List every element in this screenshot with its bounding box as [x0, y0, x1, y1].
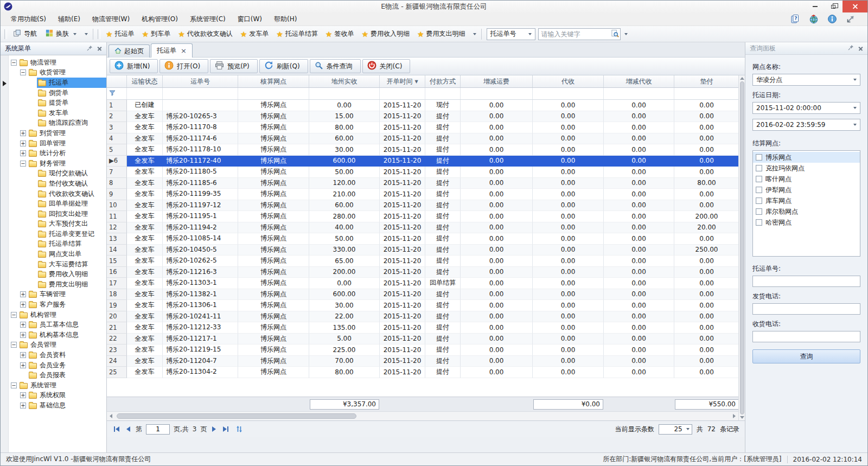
sidebar-item-7[interactable]: +到货管理 [9, 128, 106, 138]
add-button[interactable]: 新增(N) [110, 59, 158, 73]
pin-icon[interactable] [848, 44, 854, 52]
column-header-4[interactable]: 开单时间▼ [380, 75, 425, 87]
scrollbar-thumb[interactable] [740, 81, 744, 414]
sidebar-item-23[interactable]: +车辆管理 [9, 290, 106, 300]
help-doc-icon[interactable]: ? [790, 14, 800, 24]
table-row-21[interactable]: 21全发车博乐20-11212-33博乐网点135.002015-11-20提付… [107, 322, 738, 334]
column-header-8[interactable]: 增减代收 [604, 75, 674, 87]
expand-icon[interactable]: − [20, 69, 26, 75]
favorite-item-1[interactable]: ★到车单 [138, 28, 175, 40]
sidebar-item-17[interactable]: 托运单变更登记 [9, 229, 106, 239]
table-row-12[interactable]: 12全发车博乐20-11194-2博乐网点40.002015-11-20提付0.… [107, 222, 738, 234]
reload-grid-button[interactable] [234, 424, 245, 435]
filter-cell-3[interactable] [309, 88, 380, 99]
column-header-1[interactable]: 运单号 [163, 75, 238, 87]
close-tab-icon[interactable]: × [181, 47, 187, 54]
sidebar-item-11[interactable]: 现付交款确认 [9, 169, 106, 179]
page-size-select[interactable]: 25 [659, 424, 692, 435]
sidebar-item-9[interactable]: +统计分析 [9, 148, 106, 158]
favorite-item-6[interactable]: ★费用收入明细 [358, 28, 413, 40]
sidebar-item-2[interactable]: 托运单 [9, 78, 106, 88]
sidebar-item-31[interactable]: 会员报表 [9, 370, 106, 380]
expand-icon[interactable]: + [20, 352, 26, 358]
expand-icon[interactable]: + [20, 302, 26, 308]
menu-item-2[interactable]: 物流管理(W) [86, 12, 136, 26]
table-row-20[interactable]: 20全发车博乐20-10241-11博乐网点22.002015-11-20提付0… [107, 311, 738, 323]
checkbox-icon[interactable] [756, 165, 762, 171]
toolbar-overflow-button[interactable] [81, 31, 90, 37]
info-icon[interactable] [827, 14, 837, 24]
expand-icon[interactable]: − [11, 312, 17, 318]
filter-cell-1[interactable] [163, 88, 238, 99]
sidebar-item-10[interactable]: −财务管理 [9, 158, 106, 169]
sender-phone-input[interactable] [752, 303, 860, 315]
table-row-18[interactable]: 18全发车博乐20-11382-1博乐网点600.002015-11-20提付0… [107, 289, 738, 301]
checkbox-icon[interactable] [756, 176, 762, 182]
sidebar-item-24[interactable]: +客户服务 [9, 299, 106, 310]
sidebar-item-13[interactable]: 代收款收支确认 [9, 189, 106, 199]
settle-node-option-4[interactable]: 库车网点 [753, 195, 860, 206]
filter-cell-0[interactable] [127, 88, 163, 99]
expand-icon[interactable]: + [20, 403, 26, 408]
sidebar-item-21[interactable]: 费用收入明细 [9, 269, 106, 279]
prev-page-button[interactable] [125, 425, 132, 433]
checkbox-icon[interactable] [756, 197, 762, 204]
settle-node-option-0[interactable]: 博乐网点 [753, 152, 860, 163]
restore-button[interactable] [824, 1, 843, 12]
expand-icon[interactable]: + [20, 392, 26, 398]
page-number-input[interactable] [146, 424, 170, 435]
checkbox-icon[interactable] [756, 208, 762, 215]
horizontal-scrollbar[interactable] [107, 411, 738, 420]
menu-item-4[interactable]: 系统管理(C) [184, 12, 232, 26]
close-button[interactable]: 关闭(C) [362, 59, 411, 73]
close-icon[interactable] [97, 46, 102, 51]
sidebar-item-3[interactable]: 倒货单 [9, 88, 106, 98]
table-row-14[interactable]: 14全发车博乐20-10450-5博乐网点330.002015-11-20提付0… [107, 245, 738, 256]
expand-icon[interactable]: − [11, 382, 17, 388]
table-row-2[interactable]: 2全发车博乐20-10265-3博乐网点15.002015-11-20提付0.0… [107, 111, 738, 123]
last-page-button[interactable] [221, 425, 230, 433]
sidebar-item-22[interactable]: 费用支出明细 [9, 279, 106, 290]
close-icon[interactable] [858, 46, 863, 51]
expand-icon[interactable]: + [20, 362, 26, 368]
settle-node-option-2[interactable]: 喀什网点 [753, 174, 860, 184]
sidebar-item-16[interactable]: 大车预付支出 [9, 219, 106, 229]
scroll-down-icon[interactable] [740, 416, 744, 419]
column-header-9[interactable]: 垫付 [674, 75, 739, 87]
filter-cell-2[interactable] [238, 88, 309, 99]
settle-node-option-1[interactable]: 克拉玛依网点 [753, 163, 860, 174]
settle-node-option-5[interactable]: 库尔勒网点 [753, 206, 860, 217]
close-window-button[interactable] [843, 1, 867, 12]
filter-cell-9[interactable] [674, 88, 739, 99]
table-row-9[interactable]: 9全发车博乐20-11199-35博乐网点210.002015-11-20提付0… [107, 189, 738, 200]
table-row-25[interactable]: 25全发车博乐20-11304-2博乐网点80.002015-11-20提付0.… [107, 367, 738, 378]
pin-icon[interactable] [87, 45, 93, 53]
expand-icon[interactable]: + [20, 291, 26, 297]
column-header-3[interactable]: 地州实收 [309, 75, 380, 87]
favorite-item-3[interactable]: ★发车单 [237, 28, 273, 40]
table-row-23[interactable]: 23全发车博乐20-11219-15博乐网点225.002015-11-20提付… [107, 344, 738, 356]
query-button[interactable]: 查询 [752, 349, 860, 363]
table-row-5[interactable]: 5全发车博乐20-11178-10博乐网点30.002015-11-20提付0.… [107, 144, 738, 156]
filter-cell-7[interactable] [533, 88, 604, 99]
next-page-button[interactable] [210, 425, 218, 433]
sidebar-item-20[interactable]: 大车运费结算 [9, 259, 106, 270]
table-row-19[interactable]: 19全发车博乐20-11306-1博乐网点30.002015-11-20提付0.… [107, 300, 738, 311]
menu-item-0[interactable]: 常用功能(S) [5, 12, 52, 26]
refresh-button[interactable]: 刷新(Q) [259, 59, 308, 73]
waybill-no-input[interactable] [752, 276, 860, 287]
sidebar-item-12[interactable]: 垫付收支确认 [9, 178, 106, 189]
sidebar-item-30[interactable]: +会员业务 [9, 360, 106, 371]
favorites-overflow-button[interactable] [469, 31, 478, 37]
search-overflow-button[interactable] [621, 31, 630, 37]
keyword-search-input[interactable] [539, 30, 611, 38]
sidebar-item-29[interactable]: +会员资料 [9, 350, 106, 360]
menu-item-6[interactable]: 帮助(H) [268, 12, 303, 26]
receiver-phone-input[interactable] [752, 331, 860, 342]
menu-item-3[interactable]: 机构管理(O) [136, 12, 184, 26]
table-row-15[interactable]: 15全发车博乐20-10262-5博乐网点65.002015-11-20提付0.… [107, 256, 738, 267]
sidebar-item-5[interactable]: 发车单 [9, 108, 106, 118]
sidebar-item-19[interactable]: 网点支出单 [9, 249, 106, 259]
sidebar-item-33[interactable]: +系统权限 [9, 391, 106, 401]
expand-icon[interactable]: + [20, 141, 26, 146]
